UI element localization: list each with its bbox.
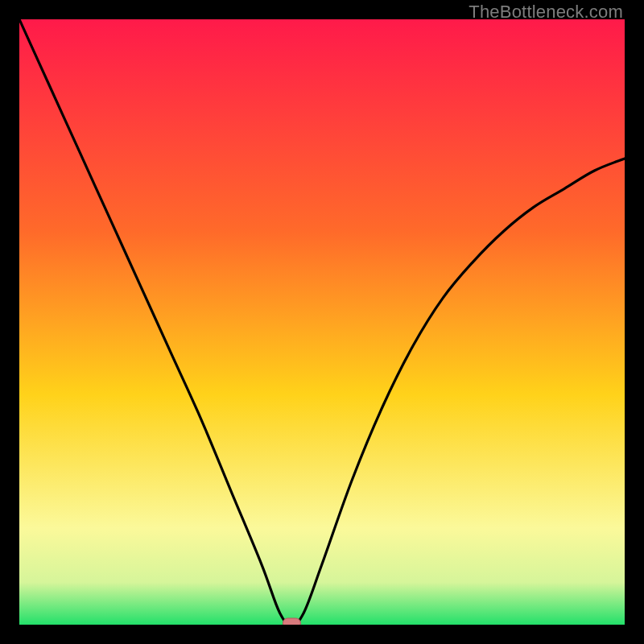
optimal-point-marker: [283, 618, 300, 625]
chart-frame: [19, 19, 625, 625]
gradient-background: [19, 19, 625, 625]
watermark-text: TheBottleneck.com: [469, 2, 623, 23]
bottleneck-plot: [19, 19, 625, 625]
